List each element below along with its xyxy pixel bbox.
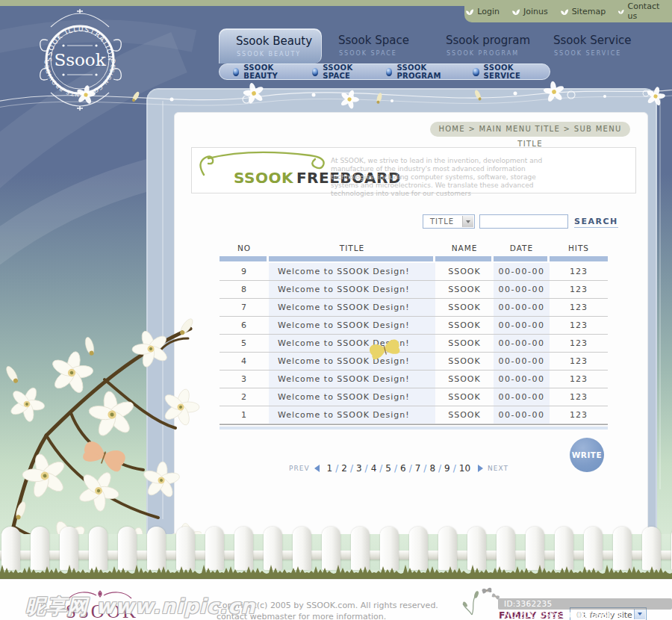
cell-no: 3 [220,371,269,388]
cell-no: 6 [220,317,269,334]
cell-title[interactable]: Welcome to SSOOK Design! [269,281,435,298]
page-separator: / [423,463,426,474]
page-separator: / [453,463,456,474]
cell-date: 00-00-00 [494,299,550,316]
tab-title: Ssook Beauty [220,34,321,48]
utility-bar: LoginJoinusSitemapContact us [464,0,672,22]
page-number[interactable]: 7 [415,463,421,474]
page-number[interactable]: 3 [356,463,362,474]
cell-no: 5 [220,335,269,352]
cell-hits: 123 [550,281,608,298]
table-row[interactable]: 4Welcome to SSOOK Design!SSOOK00-00-0012… [220,353,608,371]
tab-title: Ssook program [429,34,537,47]
select-arrow-button[interactable] [462,216,473,227]
column-header-name: NAME [435,244,494,256]
chevron-down-icon [466,220,470,223]
search-category-select[interactable]: TITLE [423,214,475,229]
tab-ssook-service[interactable]: Ssook ServiceSSOOK SERVICE [537,28,644,63]
tab-subtitle: SSOOK SERVICE [537,50,644,57]
subnav-item-ssook-beauty[interactable]: SSOOK BEAUTY [233,63,294,80]
tab-subtitle: SSOOK BEAUTY [220,51,321,58]
cell-name: SSOOK [435,353,494,370]
utility-link-sitemap[interactable]: Sitemap [560,7,606,16]
board-description: At SSOOK, we strive to lead in the inven… [331,157,546,198]
cell-date: 00-00-00 [494,335,550,352]
cell-title[interactable]: Welcome to SSOOK Design! [269,371,435,388]
tab-title: Ssook Space [322,34,429,47]
tab-ssook-beauty[interactable]: Ssook BeautySSOOK BEAUTY [219,28,322,63]
cell-name: SSOOK [435,406,494,424]
content-panel: HOME > MAIN MENU TITLE > SUB MENU TITLE … [174,112,648,557]
cell-hits: 123 [550,317,608,334]
tab-subtitle: SSOOK PROGRAM [429,50,537,57]
sub-nav: SSOOK BEAUTYSSOOK SPACESSOOK PROGRAMSSOO… [219,63,550,80]
column-header-hits: HITS [550,244,608,256]
cell-hits: 123 [550,299,608,316]
table-row[interactable]: 5Welcome to SSOOK Design!SSOOK00-00-0012… [220,335,608,353]
column-header-date: DATE [494,244,550,256]
table-row[interactable]: 6Welcome to SSOOK Design!SSOOK00-00-0012… [220,317,608,335]
board-table-body: 9Welcome to SSOOK Design!SSOOK00-00-0012… [220,263,608,424]
family-select-arrow-button[interactable] [634,609,645,619]
page-separator: / [409,463,412,474]
board-title-accent: SSOOK [234,169,293,187]
table-row[interactable]: 7Welcome to SSOOK Design!SSOOK00-00-0012… [220,299,608,317]
sprout-icon [465,7,474,16]
cell-date: 00-00-00 [494,388,550,406]
page: LoginJoinusSitemapContact us SSOOK ILLUS… [0,0,672,620]
next-button[interactable]: NEXT [488,465,508,472]
subnav-item-ssook-space[interactable]: SSOOK SPACE [312,63,368,80]
table-row[interactable]: 3Welcome to SSOOK Design!SSOOK00-00-0012… [220,371,608,388]
breadcrumb[interactable]: HOME > MAIN MENU TITLE > SUB MENU TITLE [430,122,630,137]
watermark-id: ID:3362235 NO:20100526101037395028 [498,598,672,610]
table-row[interactable]: 1Welcome to SSOOK Design!SSOOK00-00-0012… [220,406,608,424]
cell-title[interactable]: Welcome to SSOOK Design! [269,299,435,316]
utility-link-label: Joinus [523,7,548,16]
table-row[interactable]: 2Welcome to SSOOK Design!SSOOK00-00-0012… [220,388,608,406]
page-number[interactable]: 2 [341,463,347,474]
utility-link-contact-us[interactable]: Contact us [617,1,662,21]
page-number[interactable]: 5 [385,463,391,474]
cell-title[interactable]: Welcome to SSOOK Design! [269,317,435,334]
tab-ssook-space[interactable]: Ssook SpaceSSOOK SPACE [322,28,429,63]
page-number[interactable]: 8 [429,463,435,474]
sprout-icon [617,7,624,16]
family-site-decoration [461,584,500,616]
table-row[interactable]: 8Welcome to SSOOK Design!SSOOK00-00-0012… [220,281,608,299]
cell-title[interactable]: Welcome to SSOOK Design! [269,388,435,406]
page-number[interactable]: 9 [444,463,450,474]
table-bottom-line [220,424,608,425]
subnav-item-ssook-service[interactable]: SSOOK SERVICE [473,63,536,80]
prev-arrow-icon[interactable] [314,465,320,472]
tab-ssook-program[interactable]: Ssook programSSOOK PROGRAM [429,28,537,63]
watermark-site: 昵享网 www.nipic.cn [25,593,255,620]
search-button[interactable]: SEARCH [574,217,618,228]
prev-button[interactable]: PREV [289,465,310,472]
page-number[interactable]: 10 [459,463,470,474]
cell-name: SSOOK [435,388,494,406]
cell-title[interactable]: Welcome to SSOOK Design! [269,263,435,280]
utility-link-label: Login [477,7,500,16]
column-header-no: NO [220,244,269,256]
page-number[interactable]: 6 [400,463,406,474]
search-input[interactable] [479,214,568,229]
utility-link-joinus[interactable]: Joinus [511,7,548,16]
board-table: NOTITLENAMEDATEHITS 9Welcome to SSOOK De… [220,244,608,430]
utility-link-login[interactable]: Login [465,7,500,16]
cell-title[interactable]: Welcome to SSOOK Design! [269,353,435,370]
cell-hits: 123 [550,353,608,370]
cell-title[interactable]: Welcome to SSOOK Design! [269,406,435,424]
cell-hits: 123 [550,371,608,388]
header-bar-segment [220,256,267,261]
write-button[interactable]: WRITE [570,438,604,472]
subnav-item-ssook-program[interactable]: SSOOK PROGRAM [386,63,455,80]
cell-title[interactable]: Welcome to SSOOK Design! [269,335,435,352]
page-separator: / [438,463,441,474]
orb-bullet-icon [473,68,479,76]
page-number[interactable]: 1 [327,463,333,474]
ssook-logo[interactable]: SSOOK ILLUSTRATION DESIGN CONTENTS PROVI… [21,3,140,115]
page-number[interactable]: 4 [371,463,377,474]
page-separator: / [379,463,382,474]
table-row[interactable]: 9Welcome to SSOOK Design!SSOOK00-00-0012… [220,263,608,281]
next-arrow-icon[interactable] [478,465,483,472]
